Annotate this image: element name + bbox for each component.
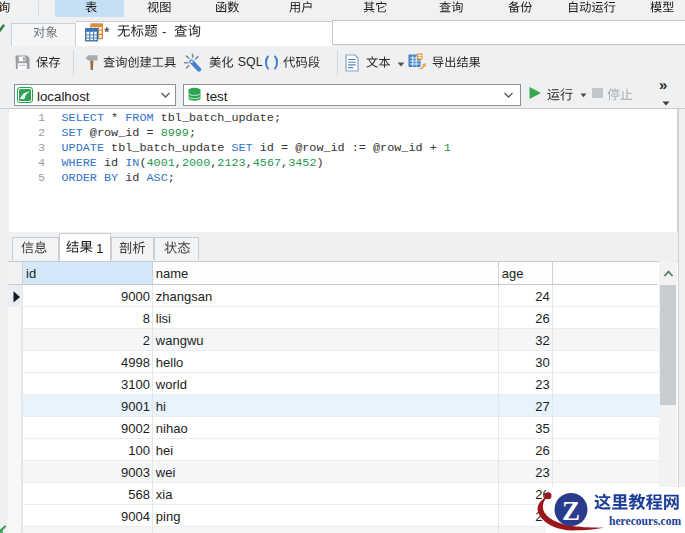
- svg-text:Z: Z: [562, 496, 580, 526]
- svg-text:*: *: [104, 24, 110, 40]
- svg-text:-: -: [162, 24, 166, 39]
